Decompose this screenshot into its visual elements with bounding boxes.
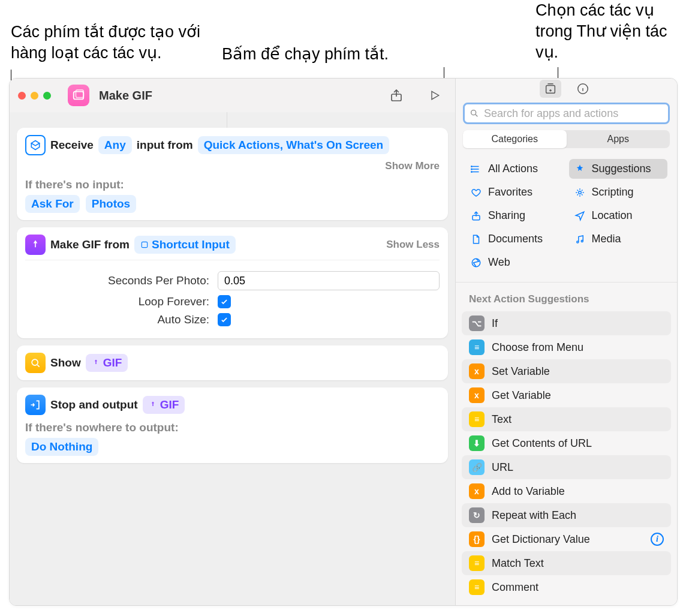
cat-suggestions[interactable]: Suggestions <box>569 159 668 179</box>
library-toolbar <box>456 79 677 99</box>
actions-canvas: Receive Any input from Quick Actions, Wh… <box>10 112 455 605</box>
suggestion-item[interactable]: ⌥If <box>462 311 671 335</box>
suggestion-icon: x <box>469 387 485 403</box>
suggestion-item[interactable]: {}Get Dictionary Valuei <box>462 527 671 551</box>
run-button[interactable] <box>423 88 447 103</box>
cat-scripting[interactable]: Scripting <box>569 182 668 202</box>
output-icon <box>25 395 46 415</box>
svg-point-10 <box>471 172 473 173</box>
suggestion-label: Set Variable <box>492 365 550 378</box>
cat-favorites[interactable]: Favorites <box>465 182 564 202</box>
info-toggle-button[interactable] <box>572 80 594 98</box>
tab-categories[interactable]: Categories <box>463 130 567 148</box>
suggestion-item[interactable]: xGet Variable <box>462 383 671 407</box>
show-result-action[interactable]: Show GIF <box>17 345 448 380</box>
suggestion-item[interactable]: xSet Variable <box>462 359 671 383</box>
receive-input-action[interactable]: Receive Any input from Quick Actions, Wh… <box>17 128 448 220</box>
suggestion-label: Repeat with Each <box>492 509 576 522</box>
suggestion-item[interactable]: ≡Choose from Menu <box>462 335 671 359</box>
suggestion-label: Choose from Menu <box>492 341 583 354</box>
cat-location[interactable]: Location <box>569 206 668 226</box>
svg-point-8 <box>471 166 473 167</box>
search-field[interactable] <box>463 103 670 124</box>
makegif-label: Make GIF from <box>50 238 130 251</box>
close-window-button[interactable] <box>18 92 26 100</box>
svg-point-14 <box>581 240 583 242</box>
show-more-button[interactable]: Show More <box>385 160 440 172</box>
input-source-pill[interactable]: Quick Actions, What's On Screen <box>198 136 389 154</box>
var-text: GIF <box>160 398 179 411</box>
suggestion-icon: x <box>469 483 485 499</box>
stop-label: Stop and output <box>50 398 138 411</box>
svg-rect-5 <box>546 86 555 94</box>
var-label: Shortcut Input <box>152 238 230 251</box>
cat-sharing[interactable]: Sharing <box>465 206 564 226</box>
ask-for-pill[interactable]: Ask For <box>25 195 80 213</box>
suggestion-icon: 🔗 <box>469 459 485 475</box>
suggestion-label: Get Dictionary Value <box>492 533 590 546</box>
suggestion-icon: ↻ <box>469 507 485 523</box>
var-text: GIF <box>103 356 122 369</box>
share-button[interactable] <box>384 88 408 103</box>
quicklook-icon <box>25 353 46 373</box>
suggestion-icon: ⌥ <box>469 315 485 331</box>
callout-center: Bấm để chạy phím tắt. <box>222 44 414 65</box>
cat-media[interactable]: Media <box>569 229 668 249</box>
gif-icon <box>25 235 46 255</box>
cat-all-actions[interactable]: All Actions <box>465 159 564 179</box>
input-icon <box>25 135 46 155</box>
zoom-window-button[interactable] <box>43 92 51 100</box>
nowhere-label: If there's nowhere to output: <box>25 421 440 434</box>
window-controls <box>18 92 51 100</box>
svg-rect-3 <box>142 242 147 247</box>
editor-pane: Make GIF Receive Any input f <box>10 79 456 605</box>
search-input[interactable] <box>484 107 663 120</box>
shortcut-title: Make GIF <box>99 89 152 103</box>
suggestion-label: If <box>492 317 498 330</box>
suggestion-icon: ≡ <box>469 411 485 427</box>
svg-point-9 <box>471 169 473 170</box>
minimize-window-button[interactable] <box>31 92 38 100</box>
gif-var-pill-1[interactable]: GIF <box>86 354 128 372</box>
suggestion-item[interactable]: 🔗URL <box>462 455 671 479</box>
photos-pill[interactable]: Photos <box>86 195 136 213</box>
suggestion-icon: ⬇ <box>469 435 485 451</box>
cat-documents[interactable]: Documents <box>465 229 564 249</box>
info-icon[interactable]: i <box>651 533 664 546</box>
suggestion-item[interactable]: ≡Text <box>462 407 671 431</box>
suggestion-label: Get Contents of URL <box>492 437 592 450</box>
seconds-input[interactable] <box>218 271 440 290</box>
suggestion-icon: ≡ <box>469 579 485 595</box>
do-nothing-pill[interactable]: Do Nothing <box>25 438 98 456</box>
shortcut-input-pill[interactable]: Shortcut Input <box>134 236 236 254</box>
loop-checkbox[interactable] <box>218 295 231 308</box>
show-less-button[interactable]: Show Less <box>386 239 440 251</box>
suggestion-item[interactable]: ≡Match Text <box>462 551 671 575</box>
svg-point-13 <box>576 241 578 243</box>
gif-var-pill-2[interactable]: GIF <box>143 396 185 414</box>
autosize-checkbox[interactable] <box>218 313 231 326</box>
library-toggle-button[interactable] <box>540 80 561 98</box>
titlebar: Make GIF <box>10 79 455 112</box>
suggestion-item[interactable]: ≡Comment <box>462 575 671 599</box>
no-input-label: If there's no input: <box>25 178 440 191</box>
tab-apps[interactable]: Apps <box>567 130 670 148</box>
suggestion-label: Add to Variable <box>492 485 565 498</box>
input-type-pill[interactable]: Any <box>98 136 132 154</box>
suggestions-list: ⌥If≡Choose from MenuxSet VariablexGet Va… <box>456 311 677 605</box>
suggestion-icon: {} <box>469 531 485 547</box>
shortcut-app-icon <box>68 85 89 106</box>
svg-point-7 <box>471 110 476 115</box>
suggestion-item[interactable]: ⬇Get Contents of URL <box>462 431 671 455</box>
callout-right: Chọn các tác vụ trong Thư viện tác vụ. <box>535 0 685 63</box>
cat-web[interactable]: Web <box>465 253 564 272</box>
svg-point-4 <box>32 359 38 365</box>
suggestion-item[interactable]: ↻Repeat with Each <box>462 503 671 527</box>
suggestion-item[interactable]: xAdd to Variable <box>462 479 671 503</box>
stop-output-action[interactable]: Stop and output GIF If there's nowhere t… <box>17 387 448 463</box>
app-window: Make GIF Receive Any input f <box>9 78 678 606</box>
make-gif-action[interactable]: Make GIF from Shortcut Input Show Less S… <box>17 227 448 338</box>
suggestion-icon: ≡ <box>469 339 485 355</box>
search-icon <box>470 109 479 118</box>
library-tabs: Categories Apps <box>463 130 670 148</box>
